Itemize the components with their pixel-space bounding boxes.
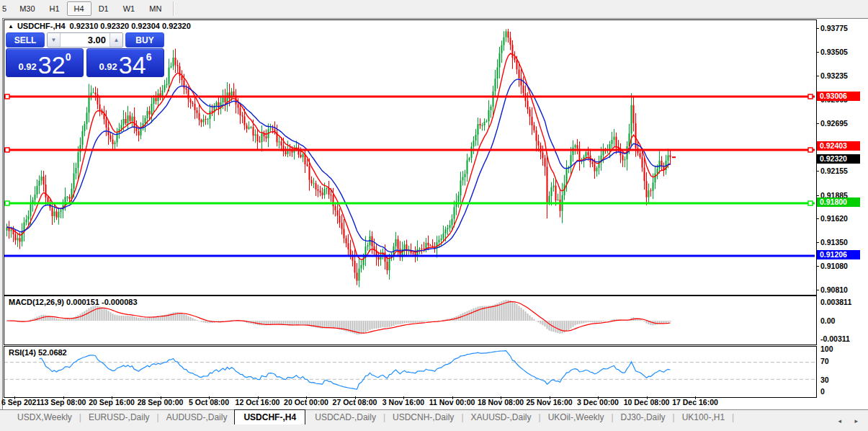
macd-axis-label: 0.003811 [820, 298, 851, 306]
macd-axis-label: -0.00311 [820, 334, 850, 343]
price-axis-label: 0.91080 [820, 262, 848, 270]
trading-platform-window: 5M30H1H4D1W1MN ▲ USDCHF-,H4 0.92310 0.92… [0, 0, 868, 431]
time-axis-label: 5 Oct 08:00 [189, 398, 229, 406]
macd-label-row: MACD(12,26,9) 0.000151 -0.000083 [9, 298, 138, 306]
macd-values: 0.000151 -0.000083 [66, 298, 137, 306]
price-axis-tick [816, 218, 819, 219]
time-axis-label: 3 Dec 00:00 [577, 398, 619, 406]
time-axis-label: 25 Nov 16:00 [526, 398, 572, 406]
sell-button[interactable]: SELL [6, 32, 45, 48]
time-axis-label: 11 Nov 00:00 [429, 398, 475, 406]
buy-price-pip: 6 [146, 51, 152, 63]
buy-price-main: 34 [119, 54, 146, 76]
price-badge-0.92320: 0.92320 [817, 154, 860, 164]
tab-usdcnh-daily[interactable]: USDCNH-,Daily [385, 410, 461, 424]
chart-ohlc-values: 0.92310 0.92320 0.92304 0.92320 [70, 22, 191, 30]
sell-price-pip: 0 [66, 51, 71, 63]
tab-dj30-daily[interactable]: DJ30-,Daily [614, 410, 673, 424]
price-axis-label: 0.93505 [820, 48, 848, 56]
symbol-tab-bar: USDX,Weekly|EURUSD-,Daily|AUDUSD-,DailyU… [0, 409, 868, 431]
price-axis-tick [816, 266, 819, 267]
rsi-axis-label: 30 [820, 376, 829, 384]
rsi-value: 52.0682 [38, 348, 67, 357]
price-axis-label: 0.92695 [820, 119, 848, 128]
tab-ukoil-weekly[interactable]: UKOil-,Weekly [541, 410, 612, 424]
time-axis-label: 3 Nov 16:00 [382, 398, 424, 406]
time-axis-label: 13 Sep 08:00 [40, 398, 86, 406]
price-axis-label: 0.92155 [820, 166, 848, 175]
rsi-canvas[interactable] [4, 347, 815, 396]
macd-label: MACD(12,26,9) [9, 298, 64, 306]
price-badge-0.92403: 0.92403 [817, 141, 860, 151]
price-axis-label: 0.90810 [820, 285, 848, 294]
one-click-trade-widget: SELL ▼ 3.00 ▲ BUY 0.92 32 0 0.92 34 6 [6, 32, 164, 77]
time-axis-label: 10 Dec 08:00 [624, 398, 670, 406]
tab-usdx-weekly[interactable]: USDX,Weekly [10, 410, 79, 424]
price-badge-0.93006: 0.93006 [817, 92, 860, 101]
sell-price-box[interactable]: 0.92 32 0 [6, 48, 84, 77]
buy-price-prefix: 0.92 [99, 61, 117, 72]
price-badge-0.91800: 0.91800 [817, 197, 860, 207]
price-axis-label: 0.93235 [820, 71, 848, 80]
timeframe-button-5[interactable]: 5 [0, 1, 12, 16]
price-axis-tick [816, 195, 819, 196]
price-badge-0.91206: 0.91206 [817, 250, 860, 259]
price-axis-tick [816, 76, 819, 76]
tab-uk100-h1[interactable]: UK100-,H1 [675, 410, 732, 424]
timeframe-button-d1[interactable]: D1 [91, 1, 116, 16]
timeframe-button-h4[interactable]: H4 [67, 1, 91, 16]
tab-scroll-arrows[interactable]: ◂ ▸ [838, 417, 864, 425]
tab-xauusd-daily[interactable]: XAUUSD-,Daily [464, 410, 539, 424]
price-axis-tick [816, 52, 819, 53]
time-axis-label: 18 Nov 08:00 [478, 398, 524, 406]
timeframe-toolbar: 5M30H1H4D1W1MN [0, 0, 868, 17]
price-axis-tick [816, 28, 819, 29]
macd-axis-label: 0.00 [820, 316, 835, 325]
time-axis-label: 6 Sep 2021 [1, 398, 40, 406]
sell-price-main: 32 [38, 54, 66, 76]
rsi-axis-label: 100 [820, 345, 833, 353]
timeframe-button-mn[interactable]: MN [142, 1, 169, 16]
tab-eurusd-daily[interactable]: EURUSD-,Daily [81, 410, 157, 424]
chart-symbol-period: USDCHF-,H4 [17, 22, 66, 30]
time-axis-label: 28 Sep 00:00 [138, 398, 184, 406]
rsi-panel[interactable] [4, 346, 817, 398]
tab-audusd-daily[interactable]: AUDUSD-,Daily [159, 410, 235, 424]
symbol-tabs: USDX,Weekly|EURUSD-,Daily|AUDUSD-,DailyU… [10, 410, 734, 426]
toolbar-separator [173, 1, 174, 16]
chart-title: ▲ USDCHF-,H4 0.92310 0.92320 0.92304 0.9… [8, 22, 191, 30]
sell-price-prefix: 0.92 [19, 61, 37, 72]
time-axis-label: 12 Oct 16:00 [236, 398, 280, 406]
rsi-axis-label: 70 [820, 357, 829, 365]
price-axis-label: 0.93775 [820, 24, 848, 32]
tab-usdchf-h4[interactable]: USDCHF-,H4 [234, 409, 305, 425]
rsi-label: RSI(14) [9, 348, 36, 357]
timeframe-button-h1[interactable]: H1 [42, 1, 67, 16]
time-axis-label: 20 Sep 16:00 [89, 398, 135, 406]
time-axis-label: 20 Oct 00:00 [284, 398, 328, 406]
time-axis-label: 27 Oct 08:00 [333, 398, 377, 406]
price-axis-tick [816, 290, 819, 290]
volume-value[interactable]: 3.00 [61, 33, 109, 47]
rsi-label-row: RSI(14) 52.0682 [9, 348, 67, 357]
symbol-triangle-icon: ▲ [8, 23, 14, 30]
price-axis-tick [816, 123, 819, 124]
price-axis-label: 0.91620 [820, 214, 848, 223]
volume-stepper: ▼ 3.00 ▲ [47, 32, 123, 48]
rsi-axis-label: 0 [820, 387, 825, 396]
buy-price-box[interactable]: 0.92 34 6 [86, 48, 164, 77]
timeframe-button-m30[interactable]: M30 [12, 1, 42, 16]
price-axis-tick [816, 171, 819, 172]
volume-increase-button[interactable]: ▲ [109, 33, 122, 47]
volume-decrease-button[interactable]: ▼ [48, 33, 61, 47]
time-axis-label: 17 Dec 16:00 [672, 398, 718, 406]
tab-separator: | [732, 410, 734, 422]
price-axis-tick [816, 242, 819, 243]
tab-usdcad-daily[interactable]: USDCAD-,Daily [308, 410, 383, 424]
price-axis-label: 0.91350 [820, 238, 848, 246]
timeframe-button-w1[interactable]: W1 [116, 1, 143, 16]
buy-button[interactable]: BUY [125, 32, 164, 48]
